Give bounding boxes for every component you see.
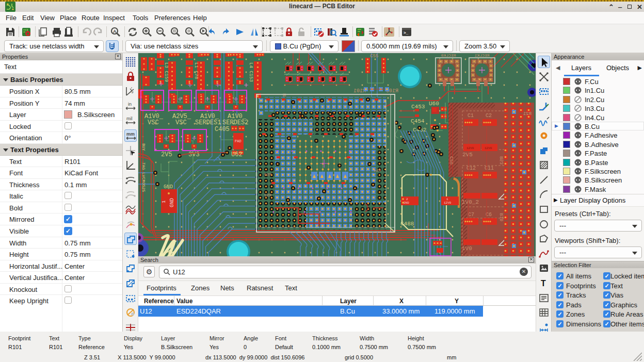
- svg-text:RECLK1: RECLK1: [474, 53, 489, 58]
- svg-text:PAD: PAD: [235, 139, 242, 143]
- svg-text:R21: R21: [523, 111, 532, 117]
- svg-text:1: 1: [446, 198, 448, 201]
- svg-text:L1 C78: L1 C78: [194, 62, 199, 79]
- svg-text:2: 2: [406, 198, 408, 201]
- svg-text:A: A: [113, 29, 117, 34]
- svg-text:VSC: VSC: [148, 119, 159, 126]
- svg-text:in: in: [128, 102, 132, 107]
- svg-text:R54: R54: [373, 168, 381, 173]
- svg-text:R53: R53: [500, 156, 505, 164]
- svg-text:GND: GND: [164, 184, 173, 190]
- svg-text:C55: C55: [370, 54, 378, 59]
- svg-text:2V5: 2V5: [161, 151, 172, 158]
- svg-text:r: r: [131, 86, 132, 89]
- svg-text:C56: C56: [448, 156, 454, 164]
- svg-text:C2: C2: [486, 113, 492, 119]
- svg-text:GND: GND: [404, 201, 409, 205]
- svg-text:3V3: 3V3: [188, 151, 200, 158]
- svg-text:12V0: 12V0: [485, 146, 492, 150]
- svg-text:C1: C1: [468, 113, 474, 119]
- svg-text:1V0_2: 1V0_2: [462, 199, 479, 205]
- svg-text:12V0: 12V0: [444, 201, 452, 205]
- svg-text:SERDES1: SERDES1: [195, 119, 221, 126]
- svg-text:TAG LVCMOS25: TAG LVCMOS25: [141, 162, 146, 192]
- svg-text:U60: U60: [429, 101, 439, 107]
- svg-text:C454: C454: [411, 118, 425, 124]
- svg-text:>_: >_: [404, 30, 409, 35]
- svg-text:θ: θ: [132, 91, 134, 94]
- svg-text:mm: mm: [126, 131, 135, 137]
- svg-text:R52: R52: [264, 193, 271, 198]
- svg-text:C12: C12: [466, 166, 476, 171]
- svg-text:12V0: 12V0: [466, 146, 474, 150]
- svg-text:C11: C11: [485, 166, 494, 171]
- svg-text:mil: mil: [126, 116, 133, 121]
- svg-text:L3 C159: L3 C159: [164, 62, 169, 82]
- svg-text:C405: C405: [215, 126, 230, 133]
- svg-text:VSC: VSC: [175, 119, 187, 126]
- svg-text:2V5: 2V5: [462, 152, 473, 158]
- svg-text:C7: C7: [468, 212, 474, 218]
- svg-text:RECLK0: RECLK0: [441, 53, 456, 58]
- svg-text:1V0: 1V0: [462, 245, 472, 252]
- svg-text:R10: R10: [500, 213, 505, 221]
- svg-text:U62: U62: [231, 151, 243, 158]
- svg-text:R50: R50: [264, 172, 271, 177]
- svg-text:L4 C153: L4 C153: [248, 62, 253, 82]
- svg-text:T: T: [541, 279, 546, 288]
- svg-text:1: 1: [162, 201, 167, 203]
- svg-text:BUY: BUY: [141, 143, 146, 151]
- svg-text:GND: GND: [169, 198, 175, 207]
- svg-text:SERDES2: SERDES2: [222, 119, 248, 126]
